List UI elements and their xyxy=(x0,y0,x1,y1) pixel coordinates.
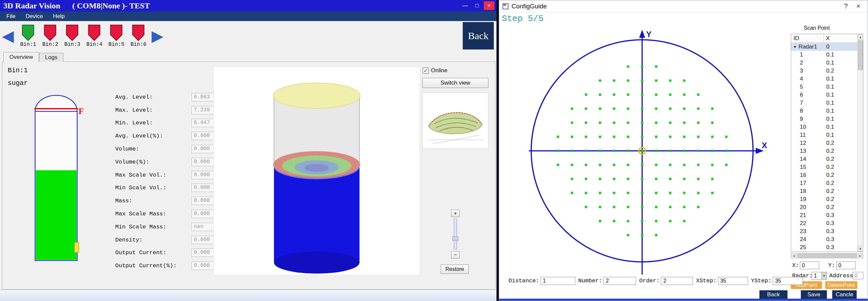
next-bin-arrow-icon[interactable]: ▶ xyxy=(149,28,165,44)
scroll-right-icon[interactable]: ► xyxy=(857,253,863,258)
zoom-slider-handle[interactable] xyxy=(453,237,458,241)
radar-select[interactable]: 1 ▼ xyxy=(811,272,827,280)
switch-view-button[interactable]: Switch view xyxy=(422,78,489,88)
toolbar-bin-6[interactable]: Bin:6 xyxy=(127,24,149,48)
scan-row[interactable]: 170.2 xyxy=(791,179,857,187)
surface-thumbnail[interactable] xyxy=(422,93,489,149)
scan-row[interactable]: 250.3 xyxy=(791,244,857,251)
scan-row[interactable]: 210.3 xyxy=(791,211,857,219)
param-input[interactable]: 35 xyxy=(718,277,748,285)
maximize-icon[interactable]: □ xyxy=(472,1,483,10)
horizontal-scrollbar[interactable]: ◄ ► xyxy=(791,253,863,258)
scan-row-x: 0.1 xyxy=(824,108,857,114)
vertical-scroll-thumb[interactable] xyxy=(858,40,863,70)
scroll-left-icon[interactable]: ◄ xyxy=(791,253,797,258)
param-input[interactable]: 35 xyxy=(773,277,803,285)
expander-icon[interactable]: ▼ xyxy=(793,45,797,49)
app-icon xyxy=(502,3,508,9)
scan-row[interactable]: 50.1 xyxy=(791,83,857,91)
scan-row[interactable]: 60.1 xyxy=(791,91,857,99)
scan-row[interactable]: 80.1 xyxy=(791,107,857,115)
minimize-icon[interactable]: — xyxy=(460,1,470,10)
wizard-back-button[interactable]: Back xyxy=(760,290,787,299)
scan-row[interactable]: 230.3 xyxy=(791,227,857,236)
scan-row[interactable]: 70.1 xyxy=(791,99,857,107)
scan-row-id: 3 xyxy=(791,67,824,74)
scan-row[interactable]: 140.2 xyxy=(791,155,857,163)
scan-row[interactable]: 100.1 xyxy=(791,123,857,131)
scan-row[interactable]: 160.2 xyxy=(791,171,857,179)
restore-button[interactable]: Restore xyxy=(441,265,469,274)
scan-row-id: 22 xyxy=(791,220,824,227)
scan-row[interactable]: 90.1 xyxy=(791,115,857,123)
toolbar-bin-3[interactable]: Bin:3 xyxy=(61,24,83,48)
toolbar-bin-1[interactable]: Bin:1 xyxy=(17,24,39,48)
field-label: Max. Level: xyxy=(115,107,191,113)
scan-row[interactable]: 30.2 xyxy=(791,67,857,75)
column-header-id[interactable]: ID xyxy=(791,34,824,43)
param-group: XStep:35 xyxy=(696,277,748,285)
scan-row[interactable]: 240.3 xyxy=(791,236,857,244)
scan-row-x: 0.3 xyxy=(824,220,857,227)
param-input[interactable]: 1 xyxy=(540,277,575,285)
horizontal-scroll-thumb[interactable] xyxy=(798,253,857,258)
scan-row[interactable]: 220.3 xyxy=(791,219,857,227)
bin-label: Bin:2 xyxy=(42,42,58,48)
dropdown-arrow-icon[interactable]: ▼ xyxy=(821,272,827,279)
bin-label: Bin:1 xyxy=(20,42,36,48)
param-label: Number: xyxy=(578,278,602,284)
scan-row[interactable]: 120.2 xyxy=(791,139,857,147)
cancel-button[interactable]: Cancle xyxy=(832,290,857,299)
scan-row[interactable]: 150.2 xyxy=(791,163,857,171)
scan-row-id: 19 xyxy=(791,196,824,203)
menu-device[interactable]: Device xyxy=(20,11,48,21)
scan-row[interactable]: 40.1 xyxy=(791,75,857,83)
scan-row-x: 0.1 xyxy=(824,59,857,66)
scan-row[interactable]: 200.2 xyxy=(791,203,857,211)
scan-row[interactable]: 10.1 xyxy=(791,51,857,59)
tab-overview[interactable]: Overview xyxy=(3,52,39,62)
scan-row[interactable]: 180.2 xyxy=(791,187,857,195)
y-coord-input[interactable]: 0 xyxy=(836,262,856,269)
menu-help[interactable]: Help xyxy=(48,11,69,21)
field-label: Volume: xyxy=(115,146,191,152)
level-marker[interactable] xyxy=(74,243,79,252)
zoom-in-button[interactable]: + xyxy=(451,210,460,217)
help-icon[interactable]: ? xyxy=(844,2,848,10)
scan-row[interactable]: 130.2 xyxy=(791,147,857,155)
scan-row[interactable]: 110.1 xyxy=(791,131,857,139)
scroll-down-icon[interactable]: ▼ xyxy=(858,246,863,251)
toolbar-bin-4[interactable]: Bin:4 xyxy=(83,24,105,48)
scan-row-x: 0.2 xyxy=(824,164,857,170)
vertical-scrollbar[interactable]: ▲ ▼ xyxy=(857,34,863,251)
x-coord-input[interactable]: 0 xyxy=(800,262,819,269)
param-input[interactable]: 2 xyxy=(603,277,636,285)
scan-row[interactable]: 190.2 xyxy=(791,195,857,203)
radar-select-value: 1 xyxy=(812,272,821,279)
field-label: Min. Level: xyxy=(115,120,191,126)
toolbar-bin-2[interactable]: Bin:2 xyxy=(39,24,61,48)
scan-row-id: 6 xyxy=(791,92,824,98)
close-icon[interactable]: × xyxy=(484,1,494,10)
scan-row-x: 0.2 xyxy=(824,140,857,146)
online-checkbox[interactable]: ✓ xyxy=(423,67,429,74)
prev-bin-arrow-icon[interactable]: ◀ xyxy=(0,28,16,44)
address-input[interactable]: 0 xyxy=(852,272,863,279)
tab-logs[interactable]: Logs xyxy=(39,53,63,62)
param-input[interactable]: 2 xyxy=(661,277,693,285)
bin-3d-view[interactable] xyxy=(214,66,420,275)
save-button[interactable]: Save xyxy=(801,290,827,299)
menu-file[interactable]: File xyxy=(1,11,20,21)
close-icon[interactable]: × xyxy=(856,2,860,10)
zoom-slider-track[interactable] xyxy=(454,219,457,249)
menu-bar: File Device Help xyxy=(0,11,496,21)
tank-level-indicator: F xyxy=(31,92,88,266)
back-button[interactable]: Back xyxy=(463,22,494,50)
field-label: Avg. Level: xyxy=(115,94,191,100)
delete-point-button[interactable]: DeletePoint xyxy=(825,281,857,289)
zoom-out-button[interactable]: − xyxy=(451,251,460,258)
toolbar-bin-5[interactable]: Bin:5 xyxy=(105,24,127,48)
scroll-up-icon[interactable]: ▲ xyxy=(858,34,863,40)
scan-row-group[interactable]: ▼Radar10 xyxy=(791,43,857,51)
scan-row[interactable]: 20.1 xyxy=(791,59,857,67)
